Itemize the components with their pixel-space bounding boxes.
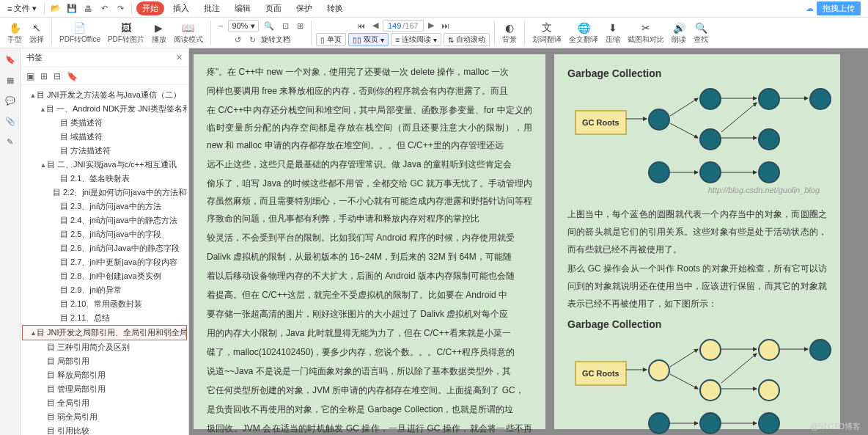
bookmark-item[interactable]: 目 三种引用简介及区别 xyxy=(22,340,187,354)
tab-protect[interactable]: 保护 xyxy=(290,1,318,15)
next-page-icon[interactable]: ▶ xyxy=(425,19,437,32)
first-page-icon[interactable]: ⏮ xyxy=(354,20,368,32)
tab-page[interactable]: 页面 xyxy=(260,1,287,15)
bookmark-item[interactable]: 目 2.8、jni中创建java类实例 xyxy=(22,269,187,283)
comments-icon[interactable]: 💬 xyxy=(4,94,17,107)
bookmark-item[interactable]: ▲目 二、JNI实现java与c/c++相互通讯 xyxy=(22,158,187,172)
doc-paragraph: 疼"。在 C++中 new 一个对象，使用完了还要做一次 delete 操作，m… xyxy=(207,63,532,81)
autoscroll-btn[interactable]: ⇅自动滚动 xyxy=(444,33,490,46)
bookmark-item[interactable]: 目 2.4、jni访问java中的静态方法 xyxy=(22,213,187,227)
tab-start[interactable]: 开始 xyxy=(136,1,164,15)
last-page-icon[interactable]: ⏭ xyxy=(438,20,452,32)
trans-sel-tool[interactable]: 文划词翻译 xyxy=(529,21,564,45)
bookmark-tree: ▲目 JNI开发之方法签名与Java通信（二）▲目 一、Android NDK开… xyxy=(21,85,188,435)
rotate-right-icon[interactable]: ↻ xyxy=(246,34,259,46)
menu-bar: ≡ 文件 ▾ 📂 💾 🖶 ↶ ↷ 开始 插入 批注 编辑 页面 保护 转换 xyxy=(0,0,868,18)
attachments-icon[interactable]: 📎 xyxy=(4,114,17,128)
fit-width-icon[interactable]: ⊡ xyxy=(279,20,292,32)
tab-convert[interactable]: 转换 xyxy=(321,1,349,15)
chevron-down-icon: ▾ xyxy=(32,4,37,13)
print-icon[interactable]: 🖶 xyxy=(81,2,95,15)
fit-page-icon[interactable]: ⊞ xyxy=(294,20,306,32)
select-tool[interactable]: ↖选择 xyxy=(26,21,47,45)
doc-paragraph: 同样也要调用 free 来释放相应的内存，否则你的程序就会有内存泄露了。而且 xyxy=(207,82,532,100)
signatures-icon[interactable]: ✎ xyxy=(4,135,17,148)
bg-tool[interactable]: ◐背景 xyxy=(499,21,520,45)
bm-collapse-icon[interactable]: ⊟ xyxy=(54,71,61,81)
bm-add-icon[interactable]: 🔖 xyxy=(67,71,78,81)
bookmark-item[interactable]: 目 方法描述符 xyxy=(22,144,187,158)
gc-roots-box: GC Roots xyxy=(575,110,627,135)
pdf2img-tool[interactable]: 🖼PDF转图片 xyxy=(105,21,147,45)
redo-icon[interactable]: ↷ xyxy=(114,2,127,15)
svg-line-2 xyxy=(670,123,698,138)
watermark1: http://blog.csdn.net/guolin_blog xyxy=(708,182,820,198)
continuous-btn[interactable]: ≡连续阅读▾ xyxy=(391,33,441,46)
pdf2office-tool[interactable]: 📄PDF转Office xyxy=(56,21,103,45)
bookmarks-icon[interactable]: 🔖 xyxy=(4,53,17,66)
bookmark-item[interactable]: 目 2.11、总结 xyxy=(22,311,187,325)
bookmark-item[interactable]: 目 弱全局引用 xyxy=(22,410,187,424)
page-input[interactable]: 149/167 xyxy=(383,20,424,32)
bm-new-icon[interactable]: ▣ xyxy=(26,71,34,81)
hand-tool[interactable]: ✋手型 xyxy=(4,21,25,45)
single-page-btn[interactable]: ▯单页 xyxy=(316,33,346,46)
bookmark-item[interactable]: 目 域描述符 xyxy=(22,130,187,144)
rotate-left-icon[interactable]: ↺ xyxy=(232,34,244,46)
crop-tool[interactable]: ✂截图和对比 xyxy=(625,21,667,45)
prev-page-icon[interactable]: ◀ xyxy=(369,19,381,32)
bookmark-item[interactable]: 目 管理局部引用 xyxy=(22,382,187,396)
bookmark-tools: ▣ ⊞ ⊟ 🔖 xyxy=(21,67,188,85)
bookmark-item[interactable]: 目 2.5、jni访问java中的字段 xyxy=(22,227,187,241)
bookmark-item[interactable]: ▲目 JNI开发之局部引用、全局引用和弱全局引用（三） xyxy=(22,325,187,340)
play-tool[interactable]: ▶播放 xyxy=(149,21,169,45)
bookmark-item[interactable]: 目 全局引用 xyxy=(22,396,187,410)
bookmark-item[interactable]: 目 2.10、常用函数封装 xyxy=(22,297,187,311)
bookmark-item[interactable]: 目 释放局部引用 xyxy=(22,368,187,382)
save-icon[interactable]: 💾 xyxy=(65,2,78,15)
file-label: 文件 xyxy=(14,3,30,14)
bookmark-item[interactable]: ▲目 一、Android NDK开发 JNI类型签名和方法签名 xyxy=(22,102,187,116)
tab-insert[interactable]: 插入 xyxy=(167,1,195,15)
doc-paragraph: 是负责回收不再使用的对象，它的全称是 Garbage Collection，也就… xyxy=(207,401,532,418)
bookmark-item[interactable]: 目 2.3、jni访问java中的方法 xyxy=(22,200,187,213)
compress-tool[interactable]: ⬇压缩 xyxy=(603,21,623,45)
double-page-btn[interactable]: ▯▯双页▾ xyxy=(348,33,389,46)
thumbnails-icon[interactable]: ▦ xyxy=(4,73,17,87)
undo-icon[interactable]: ↶ xyxy=(98,2,111,15)
trans-full-tool[interactable]: 🌐全文翻译 xyxy=(566,21,601,45)
bookmark-item[interactable]: 目 引用比较 xyxy=(22,424,187,435)
document-viewport[interactable]: 疼"。在 C++中 new 一个对象，使用完了还要做一次 delete 操作，m… xyxy=(189,48,868,435)
readmode-tool[interactable]: 📖阅读模式 xyxy=(171,21,206,45)
tab-annotate[interactable]: 批注 xyxy=(198,1,226,15)
right-para1: 上图当中，每个蓝色的圆圈就代表一个内存当中的对象，而圆圈之间的箭头就是它们的引用… xyxy=(567,205,827,258)
bookmark-item[interactable]: 目 2.2、jni是如何访问java中的方法和字段 xyxy=(22,186,187,200)
bookmark-item[interactable]: 目 2.7、jni中更新java的字段内容 xyxy=(22,255,187,269)
read-tool[interactable]: 🔊朗读 xyxy=(669,21,689,45)
close-panel-icon[interactable]: ✕ xyxy=(176,53,183,62)
cloud-icon[interactable]: ☁ xyxy=(806,4,814,13)
doc-paragraph: 说道~~Java 不是说是一门纯面象对象的语言吗，所以除了基本数据类型外，其 xyxy=(207,362,532,380)
menu-icon: ≡ xyxy=(7,4,12,13)
rotate-label: 旋转文档 xyxy=(261,34,290,45)
bookmark-item[interactable]: 目 2.1、签名映射表 xyxy=(22,172,187,186)
bookmark-item[interactable]: 目 2.6、jni访问Java中的静态字段 xyxy=(22,241,187,255)
doc-paragraph: 要存储一张超高清的图片，刚好这张图片的大小超过了 Dalivk 虚拟机对每个应 xyxy=(207,305,532,323)
bookmark-panel: 书签 ✕ ▣ ⊞ ⊟ 🔖 ▲目 JNI开发之方法签名与Java通信（二）▲目 一… xyxy=(21,48,189,435)
bookmark-item[interactable]: 目 类描述符 xyxy=(22,116,187,130)
diagram2-title: Garbage Collection xyxy=(567,314,827,335)
bm-expand-icon[interactable]: ⊞ xyxy=(40,71,48,81)
toolbar: ✋手型 ↖选择 📄PDF转Office 🖼PDF转图片 ▶播放 📖阅读模式 − … xyxy=(0,18,868,48)
bookmark-item[interactable]: ▲目 JNI开发之方法签名与Java通信（二） xyxy=(22,88,187,102)
open-icon[interactable]: 📂 xyxy=(49,2,62,15)
tab-edit[interactable]: 编辑 xyxy=(229,1,257,15)
doc-paragraph: 偷乐了，咱写 Java 的时候这些都不用管，全都交给 GC 就万事无忧了。手动管… xyxy=(207,175,532,227)
file-menu[interactable]: ≡ 文件 ▾ xyxy=(4,1,40,15)
bookmark-item[interactable]: 目 局部引用 xyxy=(22,354,187,368)
find-tool[interactable]: 🔍查找 xyxy=(691,21,711,45)
zoom-out-icon[interactable]: − xyxy=(216,20,226,32)
zoom-in-icon[interactable]: 🔍 xyxy=(261,20,277,32)
zoom-input[interactable]: 90%▾ xyxy=(228,20,259,32)
bookmark-item[interactable]: 目 2.9、jni的异常 xyxy=(22,283,187,297)
upload-button[interactable]: 拖拽上传 xyxy=(817,1,861,15)
